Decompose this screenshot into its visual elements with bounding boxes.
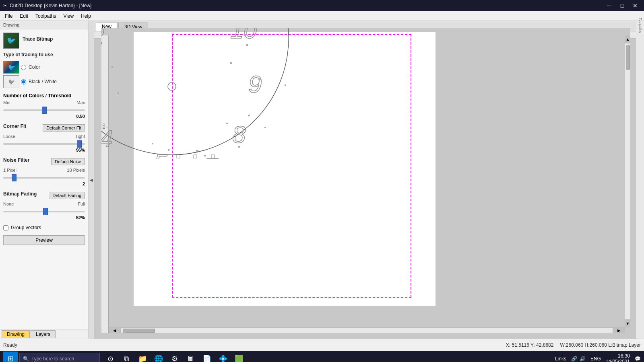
corner-default-button[interactable]: Default Corner Fit: [43, 124, 85, 132]
tight-label: Tight: [75, 134, 85, 139]
task-icon-chrome[interactable]: 🌐: [151, 352, 166, 362]
menu-bar: File Edit Toolpaths View Help: [0, 11, 644, 21]
app-title: Cut2D Desktop {Kevin Harton} - [New]: [10, 3, 91, 8]
canvas-area: New 3D View -200 -100 0 100 200: [94, 21, 636, 339]
drawing-tab[interactable]: Drawing: [2, 330, 30, 338]
group-vectors-label: Group vectors: [11, 225, 41, 230]
color-radio-item[interactable]: Color: [21, 61, 40, 74]
color-radio[interactable]: [21, 65, 26, 70]
threshold-slider-wrapper[interactable]: [3, 107, 85, 112]
fading-slider-wrapper[interactable]: [3, 208, 85, 214]
task-icon-app1[interactable]: 💠: [216, 352, 230, 362]
task-icon-calc[interactable]: 🖩: [184, 352, 198, 362]
menu-edit[interactable]: Edit: [17, 12, 31, 20]
noise-value: 2: [3, 181, 85, 186]
tracing-type-label: Type of tracing to use: [3, 52, 85, 58]
fading-slider[interactable]: [3, 211, 85, 212]
noise-max: 10 Pixels: [67, 168, 85, 173]
color-label: Color: [29, 64, 40, 70]
fading-label: Bitmap Fading: [3, 191, 37, 197]
fading-range-row: None Full: [3, 202, 85, 206]
svg-text:4: 4: [101, 125, 113, 152]
search-placeholder: Type here to search: [31, 356, 74, 362]
notification-icon[interactable]: 💬: [635, 356, 641, 362]
bw-radio[interactable]: [21, 79, 26, 84]
speaker-icon: 🔊: [580, 356, 586, 362]
svg-rect-59: [211, 155, 215, 158]
horizontal-scrollbar[interactable]: ◀ ▶: [109, 327, 625, 333]
taskbar-date: 14/05/2021: [606, 359, 630, 362]
taskbar-clock: 16:30 14/05/2021: [606, 353, 630, 362]
main-layout: Drawing 🐦 Trace Bitmap Type of tracing t…: [0, 21, 644, 339]
sys-icons: 🔗 🔊: [571, 356, 586, 362]
vertical-scrollbar[interactable]: ▲ ▼: [625, 35, 630, 327]
svg-rect-46: [238, 146, 240, 148]
collapse-panel-button[interactable]: ◀: [89, 21, 94, 339]
taskbar: ⊞ 🔍 Type here to search ⊙ ⧉ 📁 🌐 ⚙ 🖩 📄 💠 …: [0, 351, 644, 362]
sample-icons: 🐦 Color 🐦 Black / White: [3, 61, 85, 88]
trace-bitmap-header: 🐦 Trace Bitmap: [3, 33, 85, 49]
noise-slider[interactable]: [3, 177, 85, 179]
corner-slider[interactable]: [3, 143, 85, 145]
menu-help[interactable]: Help: [78, 12, 94, 20]
bw-sample-row: 🐦 Black / White: [3, 75, 85, 88]
svg-rect-43: [168, 149, 169, 151]
fading-default-button[interactable]: Default Fading: [49, 192, 85, 199]
noise-min: 1 Pixel: [3, 168, 17, 173]
noise-slider-wrapper[interactable]: [3, 174, 85, 180]
windows-start-button[interactable]: ⊞: [3, 352, 18, 362]
app-icon: ✂: [3, 3, 7, 8]
task-icon-app2[interactable]: 🟩: [232, 352, 246, 362]
menu-toolpaths[interactable]: Toolpaths: [32, 12, 59, 20]
menu-file[interactable]: File: [2, 12, 16, 20]
noise-range-row: 1 Pixel 10 Pixels: [3, 168, 85, 173]
svg-rect-38: [246, 44, 248, 46]
threshold-max: Max: [76, 100, 85, 105]
layers-tab[interactable]: Layers: [31, 330, 56, 338]
svg-text:10: 10: [230, 28, 257, 43]
task-icon-cortana[interactable]: ⊙: [103, 352, 118, 362]
loose-label: Loose: [3, 134, 15, 139]
noise-row: Noise Filter Default Noise: [3, 157, 85, 166]
task-icon-explorer[interactable]: 📁: [135, 352, 150, 362]
maximize-button[interactable]: □: [617, 0, 628, 11]
corner-fit-row: Corner Fit Default Corner Fit: [3, 123, 85, 132]
color-icon: 🐦: [3, 61, 19, 74]
threshold-slider[interactable]: [3, 109, 85, 111]
close-button[interactable]: ✕: [630, 0, 641, 11]
svg-rect-48: [248, 115, 250, 116]
bw-icon: 🐦: [3, 75, 19, 88]
menu-view[interactable]: View: [60, 12, 77, 20]
title-controls[interactable]: ─ □ ✕: [604, 0, 641, 11]
task-icon-taskview[interactable]: ⧉: [119, 352, 134, 362]
bottom-tabs: Drawing Layers: [0, 329, 88, 339]
taskbar-icons: ⊙ ⧉ 📁 🌐 ⚙ 🖩 📄 💠 🟩: [103, 352, 246, 362]
drawing-canvas[interactable]: -100 12 1 2: [101, 28, 630, 333]
svg-point-27: [168, 82, 176, 90]
threshold-value: 0.50: [3, 114, 85, 119]
toolpanel-item-1[interactable]: Toolpaths: [637, 22, 644, 29]
svg-rect-51: [285, 84, 286, 86]
task-icon-settings[interactable]: ⚙: [167, 352, 182, 362]
preview-button[interactable]: Preview: [3, 235, 85, 245]
search-box[interactable]: 🔍 Type here to search: [19, 353, 100, 362]
corner-fit-section: Corner Fit Default Corner Fit Loose Tigh…: [3, 123, 85, 152]
minimize-button[interactable]: ─: [604, 0, 615, 11]
group-vectors-checkbox[interactable]: [3, 225, 8, 230]
bw-radio-item[interactable]: Black / White: [21, 75, 57, 88]
status-ready: Ready: [3, 342, 17, 348]
corner-slider-wrapper[interactable]: [3, 140, 85, 146]
panel-content: 🐦 Trace Bitmap Type of tracing to use 🐦 …: [0, 29, 88, 329]
svg-rect-58: [194, 155, 197, 158]
search-icon: 🔍: [23, 356, 29, 362]
svg-rect-34: [230, 62, 232, 64]
tool-title: Trace Bitmap: [23, 36, 53, 42]
fading-value: 52%: [3, 215, 85, 220]
noise-default-button[interactable]: Default Noise: [51, 158, 85, 165]
svg-text:8: 8: [232, 121, 246, 148]
svg-rect-47: [226, 123, 228, 124]
left-panel: Drawing 🐦 Trace Bitmap Type of tracing t…: [0, 21, 89, 339]
task-icon-file[interactable]: 📄: [200, 352, 214, 362]
fading-none: None: [3, 202, 14, 206]
threshold-section: Number of Colors / Threshold Min Max 0.5…: [3, 93, 85, 119]
